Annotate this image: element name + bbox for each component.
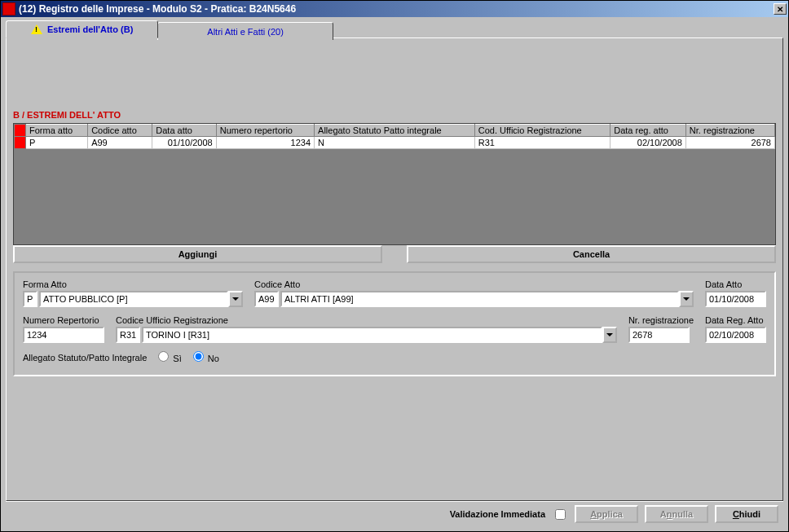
validazione-checkbox[interactable] xyxy=(555,509,566,520)
col-codufficio[interactable]: Cod. Ufficio Registrazione xyxy=(474,125,610,137)
allegato-label: Allegato Statuto/Patto Integrale xyxy=(23,353,147,363)
allegato-radiogroup: Allegato Statuto/Patto Integrale Sì No xyxy=(23,351,766,363)
cell-data[interactable]: 01/10/2008 xyxy=(152,137,216,149)
col-codice[interactable]: Codice atto xyxy=(88,125,152,137)
estremi-grid[interactable]: Forma atto Codice atto Data atto Numero … xyxy=(14,124,775,149)
cell-codice[interactable]: A99 xyxy=(88,137,152,149)
app-icon xyxy=(2,2,15,15)
allegato-si-option[interactable]: Sì xyxy=(153,351,181,363)
section-title: B / ESTREMI DELL' ATTO xyxy=(13,110,776,120)
tab-estremi[interactable]: Estremi dell'Atto (B) xyxy=(6,20,158,38)
datareg-label: Data Reg. Atto xyxy=(705,315,766,325)
codice-atto-label: Codice Atto xyxy=(254,279,694,289)
grid-buttons: Aggiungi Cancella xyxy=(13,245,776,263)
chevron-down-icon[interactable] xyxy=(679,291,694,307)
data-atto-input[interactable] xyxy=(705,291,766,307)
tab-label: Estremi dell'Atto (B) xyxy=(47,24,133,34)
detail-form: Forma Atto Codice Atto xyxy=(13,271,776,376)
grid-empty-area xyxy=(14,149,775,244)
codice-atto-combo[interactable] xyxy=(280,291,679,307)
aggiungi-button[interactable]: Aggiungi xyxy=(13,245,382,263)
codufficio-combo[interactable] xyxy=(142,327,602,343)
forma-atto-code[interactable] xyxy=(23,291,37,307)
allegato-no-option[interactable]: No xyxy=(188,351,219,363)
warning-icon xyxy=(31,24,42,34)
col-forma[interactable]: Forma atto xyxy=(26,125,88,137)
annulla-button[interactable]: Annulla xyxy=(645,505,708,523)
datareg-input[interactable] xyxy=(705,327,766,343)
row-marker[interactable] xyxy=(15,137,26,149)
chevron-down-icon[interactable] xyxy=(602,327,617,343)
numrep-label: Numero Repertorio xyxy=(23,315,104,325)
client-area: Estremi dell'Atto (B) Altri Atti e Fatti… xyxy=(1,17,788,531)
cell-nrreg[interactable]: 2678 xyxy=(685,137,774,149)
chiudi-button[interactable]: Chiudi xyxy=(715,505,778,523)
forma-atto-combo[interactable] xyxy=(39,291,228,307)
chevron-down-icon[interactable] xyxy=(228,291,243,307)
col-nrreg[interactable]: Nr. registrazione xyxy=(685,125,774,137)
grid-corner xyxy=(15,125,26,137)
nrreg-label: Nr. registrazione xyxy=(628,315,694,325)
tab-label: Altri Atti e Fatti (20) xyxy=(207,27,284,37)
codufficio-code[interactable] xyxy=(116,327,140,343)
data-atto-label: Data Atto xyxy=(705,279,766,289)
forma-atto-label: Forma Atto xyxy=(23,279,243,289)
window-root: (12) Registro delle Imprese - Modulo S2 … xyxy=(0,0,789,532)
close-icon[interactable]: ✕ xyxy=(774,3,787,15)
validazione-label: Validazione Immediata xyxy=(450,509,545,519)
table-row[interactable]: P A99 01/10/2008 1234 N R31 02/10/2008 2… xyxy=(15,137,775,149)
cell-numrep[interactable]: 1234 xyxy=(216,137,314,149)
nrreg-input[interactable] xyxy=(628,327,690,343)
tabstrip: Estremi dell'Atto (B) Altri Atti e Fatti… xyxy=(6,20,783,38)
cell-allegato[interactable]: N xyxy=(315,137,475,149)
window-title: (12) Registro delle Imprese - Modulo S2 … xyxy=(19,3,774,15)
cell-datareg[interactable]: 02/10/2008 xyxy=(610,137,686,149)
codufficio-label: Codice Ufficio Registrazione xyxy=(116,315,617,325)
numrep-input[interactable] xyxy=(23,327,104,343)
col-datareg[interactable]: Data reg. atto xyxy=(610,125,686,137)
col-data[interactable]: Data atto xyxy=(152,125,216,137)
tab-altri-atti[interactable]: Altri Atti e Fatti (20) xyxy=(157,22,333,40)
grid-container: Forma atto Codice atto Data atto Numero … xyxy=(13,123,776,245)
bottom-bar: Validazione Immediata Applica Annulla Ch… xyxy=(6,501,783,526)
codice-atto-code[interactable] xyxy=(254,291,279,307)
col-numrep[interactable]: Numero repertorio xyxy=(216,125,314,137)
applica-button[interactable]: Applica xyxy=(575,505,638,523)
cell-codufficio[interactable]: R31 xyxy=(474,137,610,149)
titlebar: (12) Registro delle Imprese - Modulo S2 … xyxy=(1,1,788,17)
applica-text: pplica xyxy=(597,509,623,519)
cell-forma[interactable]: P xyxy=(26,137,88,149)
col-allegato[interactable]: Allegato Statuto Patto integrale xyxy=(315,125,475,137)
cancella-button[interactable]: Cancella xyxy=(407,245,776,263)
tabpanel-estremi: B / ESTREMI DELL' ATTO Forma atto Codice… xyxy=(6,37,783,501)
